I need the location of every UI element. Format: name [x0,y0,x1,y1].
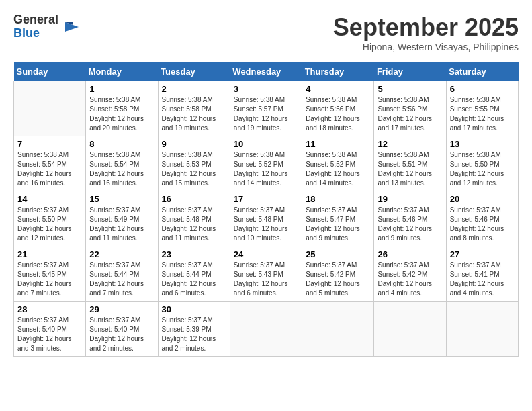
calendar-cell: 11Sunrise: 5:38 AM Sunset: 5:52 PM Dayli… [302,136,374,191]
day-info: Sunrise: 5:37 AM Sunset: 5:46 PM Dayligh… [378,205,442,243]
day-info: Sunrise: 5:38 AM Sunset: 5:55 PM Dayligh… [450,95,515,133]
day-number: 14 [17,194,82,204]
day-info: Sunrise: 5:37 AM Sunset: 5:39 PM Dayligh… [162,316,226,353]
day-number: 12 [378,139,442,149]
calendar-cell: 16Sunrise: 5:37 AM Sunset: 5:48 PM Dayli… [158,191,230,246]
calendar-cell: 13Sunrise: 5:38 AM Sunset: 5:50 PM Dayli… [446,136,518,191]
day-info: Sunrise: 5:38 AM Sunset: 5:54 PM Dayligh… [89,150,154,188]
day-number: 4 [306,84,370,94]
day-info: Sunrise: 5:37 AM Sunset: 5:41 PM Dayligh… [450,261,515,298]
day-info: Sunrise: 5:37 AM Sunset: 5:46 PM Dayligh… [450,205,515,243]
calendar-cell: 14Sunrise: 5:37 AM Sunset: 5:50 PM Dayli… [14,191,86,246]
calendar-cell: 28Sunrise: 5:37 AM Sunset: 5:40 PM Dayli… [14,302,86,357]
day-number: 3 [234,84,298,94]
day-info: Sunrise: 5:37 AM Sunset: 5:50 PM Dayligh… [17,205,82,243]
calendar-cell: 2Sunrise: 5:38 AM Sunset: 5:58 PM Daylig… [158,81,230,136]
calendar-cell: 3Sunrise: 5:38 AM Sunset: 5:57 PM Daylig… [230,81,302,136]
day-info: Sunrise: 5:37 AM Sunset: 5:42 PM Dayligh… [306,261,370,298]
day-info: Sunrise: 5:38 AM Sunset: 5:57 PM Dayligh… [234,95,298,133]
day-info: Sunrise: 5:38 AM Sunset: 5:56 PM Dayligh… [378,95,442,133]
day-info: Sunrise: 5:38 AM Sunset: 5:53 PM Dayligh… [162,150,226,188]
day-number: 10 [234,139,298,149]
calendar-cell [302,302,374,357]
day-number: 8 [89,139,154,149]
day-number: 5 [378,84,442,94]
month-title: September 2025 [333,13,519,42]
calendar-cell: 6Sunrise: 5:38 AM Sunset: 5:55 PM Daylig… [446,81,518,136]
column-header-sunday: Sunday [14,62,86,81]
calendar-cell [374,302,446,357]
day-number: 16 [162,194,226,204]
calendar-cell: 12Sunrise: 5:38 AM Sunset: 5:51 PM Dayli… [374,136,446,191]
day-info: Sunrise: 5:38 AM Sunset: 5:56 PM Dayligh… [306,95,370,133]
day-number: 6 [450,84,515,94]
day-number: 27 [450,249,515,259]
day-info: Sunrise: 5:37 AM Sunset: 5:43 PM Dayligh… [234,261,298,298]
calendar-cell: 17Sunrise: 5:37 AM Sunset: 5:48 PM Dayli… [230,191,302,246]
column-header-monday: Monday [86,62,158,81]
column-header-wednesday: Wednesday [230,62,302,81]
calendar-cell: 8Sunrise: 5:38 AM Sunset: 5:54 PM Daylig… [86,136,158,191]
day-number: 28 [17,304,82,314]
day-info: Sunrise: 5:38 AM Sunset: 5:58 PM Dayligh… [162,95,226,133]
day-number: 22 [89,249,154,259]
column-header-thursday: Thursday [302,62,374,81]
calendar-cell: 30Sunrise: 5:37 AM Sunset: 5:39 PM Dayli… [158,302,230,357]
logo-text: General Blue [13,13,58,40]
day-info: Sunrise: 5:37 AM Sunset: 5:48 PM Dayligh… [162,205,226,243]
day-info: Sunrise: 5:38 AM Sunset: 5:58 PM Dayligh… [89,95,154,133]
day-info: Sunrise: 5:37 AM Sunset: 5:44 PM Dayligh… [162,261,226,298]
calendar-cell: 22Sunrise: 5:37 AM Sunset: 5:44 PM Dayli… [86,246,158,302]
day-number: 9 [162,139,226,149]
day-info: Sunrise: 5:37 AM Sunset: 5:40 PM Dayligh… [17,316,82,353]
calendar-cell: 29Sunrise: 5:37 AM Sunset: 5:40 PM Dayli… [86,302,158,357]
day-info: Sunrise: 5:38 AM Sunset: 5:50 PM Dayligh… [450,150,515,188]
day-number: 29 [89,304,154,314]
day-number: 19 [378,194,442,204]
calendar-cell: 25Sunrise: 5:37 AM Sunset: 5:42 PM Dayli… [302,246,374,302]
day-number: 18 [306,194,370,204]
day-info: Sunrise: 5:37 AM Sunset: 5:48 PM Dayligh… [234,205,298,243]
column-header-saturday: Saturday [446,62,518,81]
calendar-cell [230,302,302,357]
day-info: Sunrise: 5:38 AM Sunset: 5:52 PM Dayligh… [234,150,298,188]
page-header: General Blue September 2025 Hipona, West… [13,13,519,52]
day-number: 11 [306,139,370,149]
calendar-header-row: SundayMondayTuesdayWednesdayThursdayFrid… [14,62,519,81]
calendar-cell: 27Sunrise: 5:37 AM Sunset: 5:41 PM Dayli… [446,246,518,302]
day-number: 24 [234,249,298,259]
calendar-cell: 1Sunrise: 5:38 AM Sunset: 5:58 PM Daylig… [86,81,158,136]
calendar-cell: 15Sunrise: 5:37 AM Sunset: 5:49 PM Dayli… [86,191,158,246]
day-number: 21 [17,249,82,259]
day-number: 25 [306,249,370,259]
calendar-cell: 26Sunrise: 5:37 AM Sunset: 5:42 PM Dayli… [374,246,446,302]
day-number: 13 [450,139,515,149]
logo: General Blue [13,13,80,40]
logo-icon [60,17,80,37]
day-info: Sunrise: 5:37 AM Sunset: 5:45 PM Dayligh… [17,261,82,298]
day-number: 7 [17,139,82,149]
calendar-week-4: 21Sunrise: 5:37 AM Sunset: 5:45 PM Dayli… [14,246,519,302]
calendar-cell: 24Sunrise: 5:37 AM Sunset: 5:43 PM Dayli… [230,246,302,302]
day-info: Sunrise: 5:38 AM Sunset: 5:52 PM Dayligh… [306,150,370,188]
column-header-friday: Friday [374,62,446,81]
day-number: 15 [89,194,154,204]
title-area: September 2025 Hipona, Western Visayas, … [333,13,519,52]
calendar-cell: 10Sunrise: 5:38 AM Sunset: 5:52 PM Dayli… [230,136,302,191]
day-number: 23 [162,249,226,259]
day-info: Sunrise: 5:38 AM Sunset: 5:54 PM Dayligh… [17,150,82,188]
day-number: 26 [378,249,442,259]
calendar-week-5: 28Sunrise: 5:37 AM Sunset: 5:40 PM Dayli… [14,302,519,357]
day-number: 2 [162,84,226,94]
calendar-week-2: 7Sunrise: 5:38 AM Sunset: 5:54 PM Daylig… [14,136,519,191]
day-info: Sunrise: 5:37 AM Sunset: 5:47 PM Dayligh… [306,205,370,243]
day-info: Sunrise: 5:38 AM Sunset: 5:51 PM Dayligh… [378,150,442,188]
calendar-table: SundayMondayTuesdayWednesdayThursdayFrid… [13,62,519,357]
day-info: Sunrise: 5:37 AM Sunset: 5:40 PM Dayligh… [89,316,154,353]
day-info: Sunrise: 5:37 AM Sunset: 5:49 PM Dayligh… [89,205,154,243]
calendar-cell: 7Sunrise: 5:38 AM Sunset: 5:54 PM Daylig… [14,136,86,191]
location: Hipona, Western Visayas, Philippines [333,42,519,52]
calendar-week-1: 1Sunrise: 5:38 AM Sunset: 5:58 PM Daylig… [14,81,519,136]
calendar-cell: 9Sunrise: 5:38 AM Sunset: 5:53 PM Daylig… [158,136,230,191]
day-info: Sunrise: 5:37 AM Sunset: 5:44 PM Dayligh… [89,261,154,298]
